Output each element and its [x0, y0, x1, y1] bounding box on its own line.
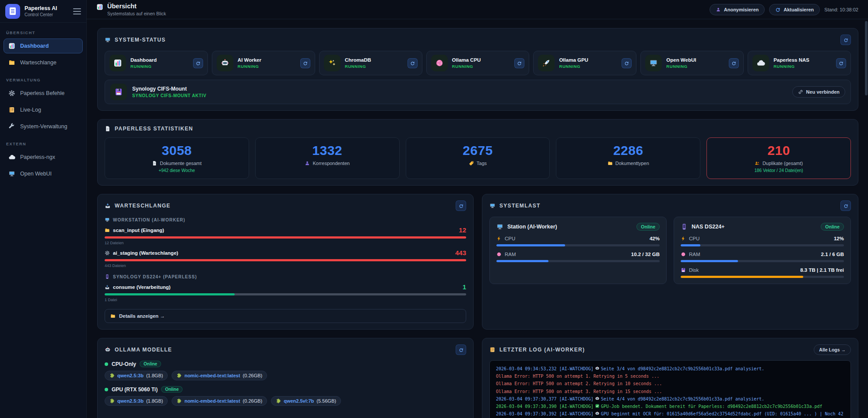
- model-chip[interactable]: qwen2.5:3b(1.8GB): [105, 371, 168, 380]
- service-name: Dashboard: [130, 57, 157, 63]
- log-line: Ollama Error: HTTP 500 on attempt 3. Ret…: [496, 388, 844, 395]
- sidebar-item-open-webui[interactable]: Open WebUI: [4, 166, 83, 181]
- folder-icon: [110, 313, 116, 319]
- stat-value: 2286: [561, 143, 696, 158]
- card-refresh-button[interactable]: [456, 200, 466, 211]
- online-dot-icon: [105, 362, 108, 366]
- refresh-icon: [843, 204, 848, 208]
- queue-details-button[interactable]: Details anzeigen →: [105, 309, 466, 323]
- model-chip[interactable]: nomic-embed-text:latest(0.26GB): [172, 396, 267, 406]
- lightning-icon: [496, 236, 502, 241]
- service-name: ChromaDB: [345, 57, 371, 63]
- host-name: NAS DS224+: [692, 224, 724, 230]
- queue-section-label: WORKSTATION (AI-WORKER): [113, 218, 185, 222]
- model-chip[interactable]: qwen2.5:3b(1.8GB): [105, 396, 168, 406]
- bar-chart-icon: [109, 55, 126, 71]
- service-restart-button[interactable]: [300, 58, 310, 68]
- nav-section-label: VERWALTUNG: [0, 76, 86, 84]
- refresh-icon: [459, 204, 464, 208]
- gear-icon: [8, 90, 15, 97]
- stat-value: 1332: [260, 143, 395, 158]
- all-logs-label: Alle Logs →: [819, 347, 846, 352]
- sidebar-item-warteschlange[interactable]: Warteschlange: [4, 55, 83, 70]
- page-subtitle: Systemstatus auf einen Blick: [107, 11, 166, 16]
- model-chip[interactable]: nomic-embed-text:latest(0.26GB): [172, 371, 267, 380]
- service-status: RUNNING: [452, 64, 481, 69]
- metric-label: RAM: [689, 252, 700, 257]
- model-chip[interactable]: qwen2.5vl:7b(5.56GB): [271, 396, 341, 406]
- service-restart-button[interactable]: [408, 58, 418, 68]
- app-title: Paperless AI: [25, 5, 69, 11]
- document-icon: [152, 161, 157, 166]
- service-restart-button[interactable]: [729, 58, 739, 68]
- model-size: (0.26GB): [243, 373, 263, 378]
- model-group-name: GPU (RTX 5060 Ti): [112, 386, 158, 393]
- page-title: Übersicht: [107, 3, 166, 10]
- stat-value: 210: [711, 143, 846, 158]
- people-icon: [755, 161, 760, 166]
- sidebar-item-label: Paperless Befehle: [20, 90, 64, 96]
- topbar: Übersicht Systemstatus auf einen Blick A…: [87, 0, 868, 19]
- sidebar-item-paperless-befehle[interactable]: Paperless Befehle: [4, 86, 83, 101]
- mount-name: Synology CIFS-Mount: [132, 86, 206, 92]
- progress-bar: [681, 244, 844, 246]
- card-refresh-button[interactable]: [840, 35, 851, 45]
- progress-bar: [105, 293, 466, 295]
- last-updated-timestamp: Stand: 10:38:02: [824, 7, 858, 12]
- service-restart-button[interactable]: [836, 58, 846, 68]
- service-restart-button[interactable]: [622, 58, 632, 68]
- queue-row-ai-staging: ai_staging (Warteschlange) 443 443 Datei…: [105, 249, 466, 268]
- all-logs-button[interactable]: Alle Logs →: [814, 344, 851, 355]
- robot-icon: [595, 411, 600, 416]
- sidebar-item-label: System-Verwaltung: [20, 123, 67, 130]
- service-status: RUNNING: [559, 64, 588, 69]
- gear-icon: [105, 250, 110, 256]
- host-panel-nas: NAS DS224+ Online CPU 12%: [674, 217, 851, 284]
- service-restart-button[interactable]: [514, 58, 524, 68]
- reconnect-button[interactable]: Neu verbinden: [792, 86, 845, 98]
- metric-value: 2.1 / 6 GB: [821, 252, 844, 257]
- puzzle-icon: [109, 373, 115, 378]
- queue-row-count: 12: [459, 226, 466, 234]
- card-refresh-button[interactable]: [456, 344, 466, 355]
- puzzle-icon: [176, 398, 182, 404]
- app-logo: [5, 4, 20, 19]
- sidebar-item-dashboard[interactable]: Dashboard: [4, 39, 83, 53]
- sidebar-item-system-verwaltung[interactable]: System-Verwaltung: [4, 119, 83, 134]
- queue-row-files: 12 Dateien: [105, 241, 466, 245]
- anonymize-button[interactable]: Anonymisieren: [710, 4, 765, 15]
- log-output[interactable]: 2026-03-04 09:34:53,232 [AI-WATCHDOG]Sei…: [489, 360, 851, 418]
- metric-cpu: CPU 42%: [496, 236, 660, 246]
- service-restart-button[interactable]: [193, 58, 203, 68]
- lightning-icon: [681, 236, 686, 241]
- queue-section-label: SYNOLOGY DS224+ (PAPERLESS): [113, 274, 197, 279]
- model-name: qwen2.5vl:7b: [284, 398, 314, 404]
- menu-toggle-icon[interactable]: [73, 8, 81, 14]
- stat-label: Korrespondenten: [313, 161, 349, 166]
- model-group-cpu: CPU-Only Online qwen2.5:3b(1.8GB) nomic-…: [105, 361, 466, 380]
- scrollbar[interactable]: [865, 21, 868, 95]
- content: SYSTEM-STATUS Dashboard RUNNING AI Worke…: [87, 19, 868, 418]
- log-line: 2026-03-04 09:34:53,232 [AI-WATCHDOG]Sei…: [496, 365, 844, 372]
- sidebar-item-label: Live-Log: [20, 107, 41, 113]
- cloud-icon: [752, 55, 769, 71]
- progress-bar: [681, 276, 844, 278]
- card-refresh-button[interactable]: [840, 200, 851, 211]
- person-icon: [716, 7, 721, 12]
- card-title: LETZTER LOG (AI-WORKER): [499, 347, 585, 353]
- phone-icon: [681, 223, 688, 230]
- stat-tile-duplicates: 210 Duplikate (gesamt) 186 Vektor / 24 D…: [706, 137, 851, 179]
- refresh-button[interactable]: Aktualisieren: [769, 4, 820, 15]
- model-name: qwen2.5:3b: [117, 398, 144, 404]
- service-status: RUNNING: [130, 64, 157, 69]
- service-tile: AI Worker RUNNING: [212, 51, 315, 75]
- stat-label: Dokumente gesamt: [160, 161, 201, 166]
- sidebar-item-paperless-ngx[interactable]: Paperless-ngx: [4, 150, 83, 165]
- stat-label: Tags: [477, 161, 487, 166]
- service-tile: Ollama CPU RUNNING: [426, 51, 530, 75]
- floppy-disk-icon: [681, 267, 686, 273]
- sidebar-item-live-log[interactable]: Live-Log: [4, 102, 83, 117]
- link-icon: [798, 89, 803, 95]
- cloud-icon: [8, 154, 15, 161]
- metric-value: 12%: [834, 236, 844, 241]
